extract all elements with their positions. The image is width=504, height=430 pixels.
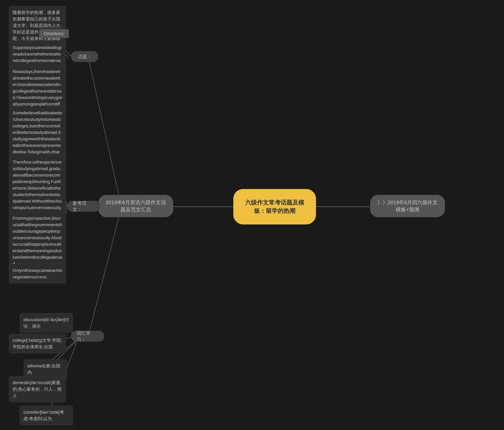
- topic-label: 话题：: [78, 54, 92, 60]
- cihui-label-pill: 词汇学习：: [71, 331, 104, 342]
- vocab5-text: consider[kənˈsɪdə]考虑;考虑到;认为: [23, 410, 64, 421]
- right-main-label: 》》2019年6月四六级作文模板+预测: [377, 199, 438, 213]
- directions-label-node: Directions:: [39, 29, 69, 38]
- vocab3-text: athome在家;在国内: [27, 363, 60, 375]
- cihui-label: 词汇学习：: [76, 330, 99, 343]
- center-node: 六级作文常考话题及模板：留学的热潮: [233, 189, 316, 224]
- vocab4-box: domestic[dəˈmɛstɪk]家庭的;热心家务的，仆人，佣人: [9, 376, 66, 402]
- vocab5-box: consider[kənˈsɪdə]考虑;考虑到;认为: [20, 406, 73, 425]
- vocab2-box: college[ˈkɒlɪdʒ]大学;学院;学院的全体师生;社团: [9, 334, 66, 353]
- svg-line-2: [89, 59, 120, 201]
- center-label: 六级作文常考话题及模板：留学的热潮: [243, 198, 306, 215]
- para5-box: Onlyinthiswaycanweachievegreatersuccess.: [9, 264, 66, 284]
- para4-box: Frommyperspective,itiscrucialthatthegove…: [9, 212, 66, 270]
- left-main-node[interactable]: 2019年6月英语六级作文话题及范文汇总: [99, 195, 173, 217]
- topic-label-pill: 话题：: [71, 51, 99, 62]
- vocab1-text: discussion[dɪˈskʌʃən]讨论，谈论: [23, 317, 69, 329]
- left-main-label: 2019年6月英语六级作文话题及范文汇总: [106, 199, 166, 213]
- cankaofanwen-label-pill: 参考范文：: [67, 201, 100, 212]
- directions-label: Directions:: [44, 31, 64, 36]
- svg-line-12: [89, 213, 120, 335]
- para4-text: Frommyperspective,itiscrucialthatthegove…: [13, 216, 62, 266]
- right-main-node[interactable]: 》》2019年6月四六级作文模板+预测: [370, 195, 445, 217]
- vocab1-box: discussion[dɪˈskʌʃən]讨论，谈论: [20, 313, 73, 333]
- cankaofanwen-label: 参考范文：: [72, 200, 95, 213]
- vocab2-text: college[ˈkɒlɪdʒ]大学;学院;学院的全体师生;社团: [13, 338, 62, 349]
- para5-text: Onlyinthiswaycanweachievegreatersuccess.: [13, 268, 62, 279]
- vocab4-text: domestic[dəˈmɛstɪk]家庭的;热心家务的，仆人，佣人: [13, 380, 62, 398]
- mind-map: 六级作文常考话题及模板：留学的热潮 2019年6月英语六级作文话题及范文汇总 》…: [0, 0, 504, 430]
